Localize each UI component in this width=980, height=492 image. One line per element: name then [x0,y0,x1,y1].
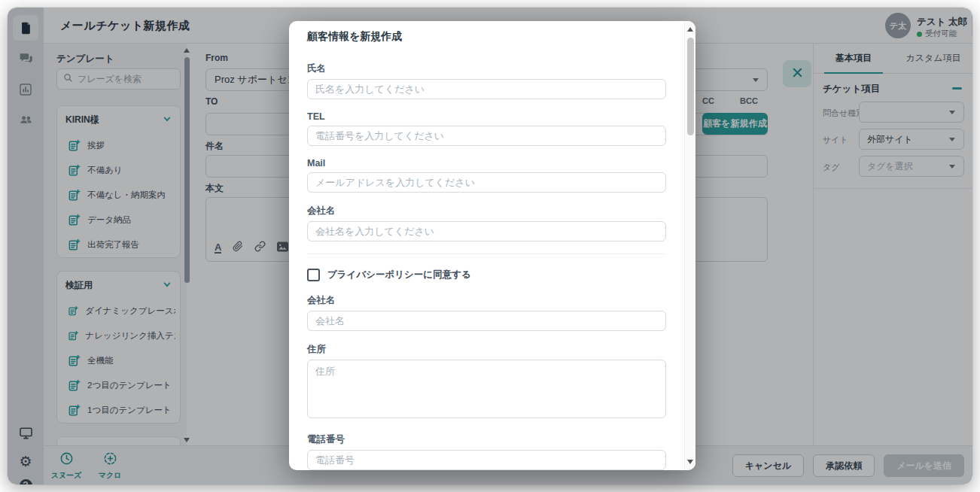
privacy-consent-row: プライバシーポリシーに同意する [307,269,666,281]
field-input[interactable] [307,311,666,331]
field-input[interactable] [307,79,666,99]
field-input[interactable] [307,360,666,418]
modal-field: 氏名 [307,62,666,99]
modal-divider [307,254,666,254]
scroll-down-arrow[interactable] [687,460,693,464]
privacy-checkbox-label: プライバシーポリシーに同意する [327,269,471,281]
field-input[interactable] [307,221,666,241]
modal-scrollbar[interactable] [684,21,695,470]
field-label: 電話番号 [307,433,666,446]
field-label: 会社名 [307,205,666,217]
create-customer-modal: 顧客情報を新規作成 氏名TELMail会社名 プライバシーポリシーに同意する 会… [289,21,695,470]
field-input[interactable] [307,126,666,146]
modal-field: 会社名 [307,205,666,241]
modal-field: 住所 [307,343,666,421]
field-input[interactable] [307,450,666,470]
privacy-checkbox[interactable] [307,269,320,281]
scrollbar-thumb[interactable] [687,38,694,135]
field-label: 氏名 [307,62,666,75]
modal-field: 電話番号 [307,433,666,470]
field-label: 住所 [307,343,666,356]
modal-content: 顧客情報を新規作成 氏名TELMail会社名 プライバシーポリシーに同意する 会… [289,21,684,470]
modal-field: Mail [307,158,666,193]
desktop: ⚙ ? メールチケット新規作成 テ太 テスト 太郎 受付可能 [0,0,980,492]
field-input[interactable] [307,172,666,193]
modal-title: 顧客情報を新規作成 [307,30,666,44]
customer-fields-top: 氏名TELMail会社名 [307,62,666,241]
field-label: TEL [307,111,666,122]
scroll-up-arrow[interactable] [687,27,693,32]
customer-fields-bottom: 会社名住所電話番号 [307,294,666,470]
modal-field: 会社名 [307,294,666,331]
modal-field: TEL [307,111,666,146]
field-label: Mail [307,158,666,169]
field-label: 会社名 [307,294,666,307]
